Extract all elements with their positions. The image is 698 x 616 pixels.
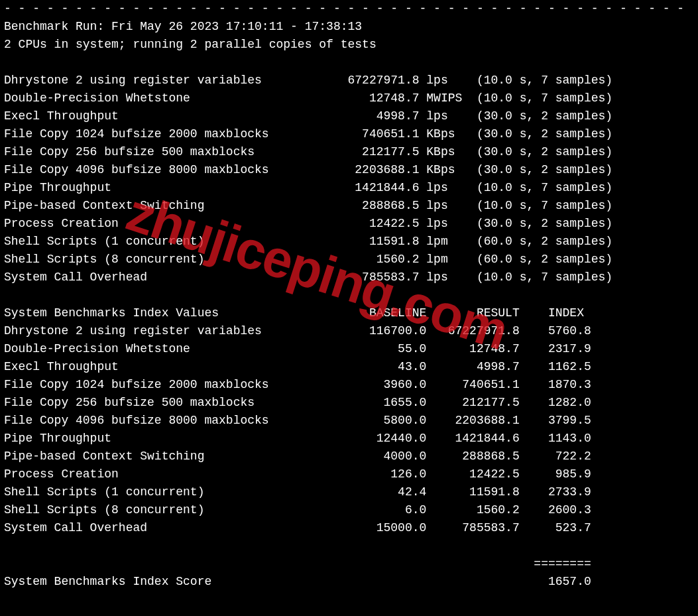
index-values-block: System Benchmarks Index Values BASELINE … xyxy=(4,306,591,534)
benchmark-run-line: Benchmark Run: Fri May 26 2023 17:10:11 … xyxy=(4,20,362,33)
score-footer-block: ======== System Benchmarks Index Score 1… xyxy=(4,557,591,588)
cpu-info-line: 2 CPUs in system; running 2 parallel cop… xyxy=(4,38,377,51)
terminal-output: - - - - - - - - - - - - - - - - - - - - … xyxy=(0,0,689,599)
test-results-block: Dhrystone 2 using register variables 672… xyxy=(4,74,612,284)
separator-line: - - - - - - - - - - - - - - - - - - - - … xyxy=(4,2,689,15)
